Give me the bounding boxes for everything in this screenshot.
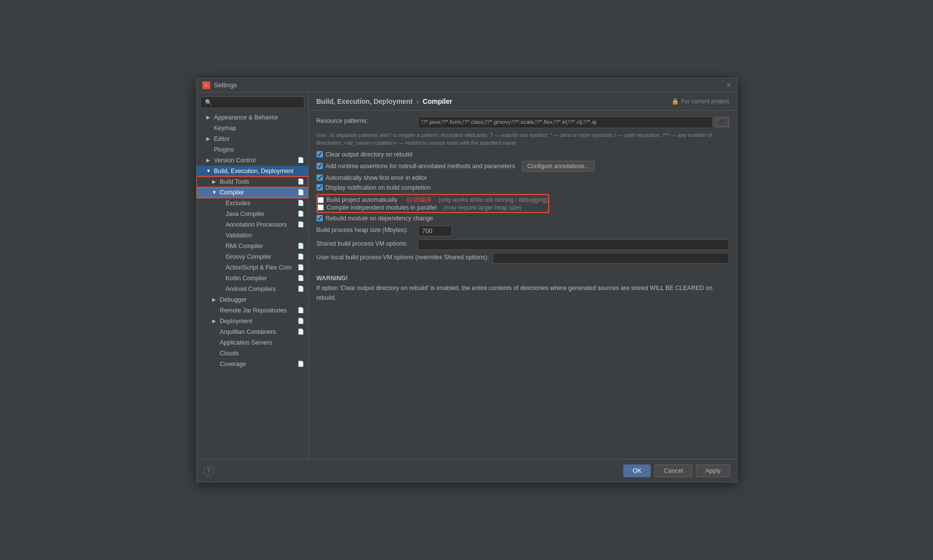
sidebar-item-label: Arquillian Containers: [220, 328, 276, 335]
breadcrumb: Build, Execution, Deployment › Compiler: [317, 97, 453, 105]
project-icon: 📄: [298, 221, 304, 228]
sidebar-item-groovy-compiler[interactable]: Groovy Compiler 📄: [197, 251, 308, 262]
sidebar-item-remote-jar[interactable]: Remote Jar Repositories 📄: [197, 305, 308, 316]
footer-right: OK Cancel Apply: [623, 464, 730, 477]
project-icon: 📄: [298, 178, 304, 185]
project-icon: 📄: [298, 157, 304, 163]
close-button[interactable]: ×: [726, 81, 731, 89]
sidebar-item-debugger[interactable]: ▶ Debugger: [197, 294, 308, 305]
add-runtime-checkbox[interactable]: [317, 163, 323, 169]
checkbox-show-error: Automatically show first error in editor: [317, 174, 729, 181]
build-auto-checkbox[interactable]: [318, 197, 324, 203]
warning-box: WARNING! If option 'Clear output directo…: [317, 273, 729, 303]
expand-icon: ▶: [212, 318, 217, 324]
sidebar-item-label: Editor: [214, 135, 230, 142]
expand-icon: ▼: [212, 190, 217, 195]
help-button[interactable]: ?: [203, 465, 214, 476]
sidebar-item-label: Plugins: [214, 146, 234, 153]
for-project: 🔒 For current project: [672, 98, 729, 105]
project-icon: 📄: [298, 211, 304, 217]
app-icon: i: [202, 81, 210, 89]
sidebar-item-rmi-compiler[interactable]: RMI Compiler 📄: [197, 241, 308, 251]
sidebar-item-label: Clouds: [220, 350, 239, 357]
search-input[interactable]: [214, 99, 300, 106]
sidebar-item-label: Compiler: [220, 189, 244, 196]
sidebar-item-label: Remote Jar Repositories: [220, 307, 287, 314]
project-icon: 📄: [298, 275, 304, 281]
sidebar-item-validation[interactable]: Validation: [197, 230, 308, 241]
build-auto-note: (only works while not running / debuggin…: [438, 196, 548, 203]
breadcrumb-separator: ›: [417, 97, 419, 105]
lock-icon: 🔒: [672, 98, 679, 105]
checkbox-build-auto: Build project automatically 自动编译 (only w…: [318, 196, 548, 204]
sidebar-item-annotation-processors[interactable]: Annotation Processors 📄: [197, 219, 308, 230]
resource-patterns-text: !?*.java;!?*.form;!?*.class;!?*.groovy;!…: [421, 119, 596, 125]
compile-parallel-checkbox[interactable]: [318, 204, 324, 211]
expand-icon: ▼: [206, 168, 211, 174]
sidebar-item-app-servers[interactable]: Application Servers: [197, 337, 308, 348]
search-icon: 🔍: [205, 99, 212, 106]
cancel-button[interactable]: Cancel: [655, 464, 692, 477]
sidebar-items: ▶ Appearance & Behavior Keymap ▶ Editor: [197, 112, 308, 459]
sidebar-item-deployment[interactable]: ▶ Deployment 📄: [197, 316, 308, 327]
sidebar-item-keymap[interactable]: Keymap: [197, 123, 308, 134]
project-icon: 📄: [298, 243, 304, 249]
sidebar-item-compiler[interactable]: ▼ Compiler 📄: [197, 187, 308, 198]
project-icon: 📄: [298, 361, 304, 367]
rebuild-module-checkbox[interactable]: [317, 215, 323, 221]
sidebar-item-label: Annotation Processors: [226, 221, 287, 228]
configure-annotations-button[interactable]: Configure annotations...: [522, 161, 595, 172]
user-vm-label: User-local build process VM options (ove…: [317, 253, 489, 261]
expand-resource-button[interactable]: ⬛: [715, 117, 729, 127]
show-error-label: Automatically show first error in editor: [326, 174, 427, 181]
sidebar-item-excludes[interactable]: Excludes 📄: [197, 198, 308, 209]
shared-vm-row: Shared build process VM options:: [317, 239, 729, 250]
sidebar-item-actionscript-flex[interactable]: ActionScript & Flex Com 📄: [197, 262, 308, 273]
breadcrumb-parent: Build, Execution, Deployment: [317, 97, 413, 105]
apply-button[interactable]: Apply: [696, 464, 730, 477]
shared-vm-input[interactable]: [418, 239, 729, 250]
sidebar-item-label: Java Compiler: [226, 211, 265, 217]
sidebar-item-android-compilers[interactable]: Android Compilers 📄: [197, 284, 308, 294]
sidebar-item-plugins[interactable]: Plugins: [197, 144, 308, 155]
sidebar-item-version-control[interactable]: ▶ Version Control 📄: [197, 155, 308, 166]
clear-output-label: Clear output directory on rebuild: [326, 151, 413, 158]
project-icon: 📄: [298, 307, 304, 313]
checkbox-clear-output: Clear output directory on rebuild: [317, 151, 729, 158]
sidebar-item-label: Kotlin Compiler: [226, 275, 267, 282]
sidebar-item-clouds[interactable]: Clouds: [197, 348, 308, 359]
display-notification-checkbox[interactable]: [317, 184, 323, 191]
sidebar-item-appearance[interactable]: ▶ Appearance & Behavior: [197, 112, 308, 123]
resource-patterns-row: Resource patterns: !?*.java;!?*.form;!?*…: [317, 116, 729, 128]
checkbox-display-notification: Display notification on build completion: [317, 184, 729, 191]
sidebar-item-label: Keymap: [214, 125, 237, 132]
checkbox-add-runtime: Add runtime assertions for notnull-annot…: [317, 161, 729, 172]
sidebar-item-arquillian[interactable]: Arquillian Containers 📄: [197, 327, 308, 337]
search-box[interactable]: 🔍: [200, 97, 304, 108]
sidebar-item-java-compiler[interactable]: Java Compiler 📄: [197, 209, 308, 219]
sidebar-item-label: Coverage: [220, 361, 246, 367]
title-bar-left: i Settings: [202, 81, 237, 89]
expand-icon: ▶: [212, 179, 217, 184]
sidebar-item-label: Android Compilers: [226, 286, 276, 292]
sidebar-item-build-tools[interactable]: ▶ Build Tools 📄: [197, 176, 308, 187]
show-error-checkbox[interactable]: [317, 174, 323, 181]
sidebar-item-label: Deployment: [220, 318, 253, 325]
project-icon: 📄: [298, 318, 304, 324]
main-content: Build, Execution, Deployment › Compiler …: [309, 93, 737, 459]
heap-size-input[interactable]: [418, 226, 452, 236]
compile-parallel-label: Compile independent modules in parallel: [327, 204, 437, 211]
resource-patterns-value[interactable]: !?*.java;!?*.form;!?*.class;!?*.groovy;!…: [418, 116, 713, 128]
sidebar-item-label: Version Control: [214, 157, 256, 164]
user-vm-input[interactable]: [493, 253, 729, 264]
expand-icon: ▶: [212, 297, 217, 302]
sidebar-item-kotlin-compiler[interactable]: Kotlin Compiler 📄: [197, 273, 308, 284]
sidebar-item-editor[interactable]: ▶ Editor: [197, 134, 308, 144]
settings-dialog: i Settings × 🔍 ▶ Appearance & Behavior: [196, 78, 737, 483]
ok-button[interactable]: OK: [623, 464, 651, 477]
shared-vm-label: Shared build process VM options:: [317, 239, 414, 247]
sidebar-item-coverage[interactable]: Coverage 📄: [197, 359, 308, 369]
user-vm-row: User-local build process VM options (ove…: [317, 253, 729, 264]
clear-output-checkbox[interactable]: [317, 151, 323, 157]
sidebar-item-build-exec-deploy[interactable]: ▼ Build, Execution, Deployment: [197, 166, 308, 176]
